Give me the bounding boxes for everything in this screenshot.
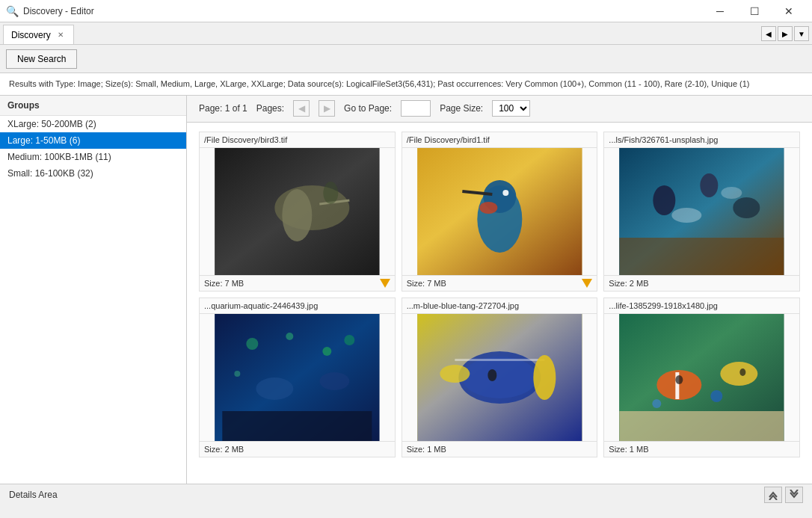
chevron-down-icon — [789, 490, 799, 500]
go-to-label: Go to Page: — [344, 103, 392, 114]
svg-point-47 — [740, 369, 746, 376]
svg-point-21 — [722, 187, 742, 199]
restore-button[interactable]: ☐ — [737, 0, 772, 22]
next-page-button[interactable]: ▶ — [319, 100, 335, 117]
image-thumbnail-1 — [402, 148, 597, 275]
image-title-2: ...ls/Fish/326761-unsplash.jpg — [604, 132, 799, 148]
svg-point-3 — [282, 189, 312, 241]
svg-rect-29 — [222, 411, 372, 441]
flag-icon-1 — [582, 279, 592, 288]
image-footer-0: Size: 7 MB — [200, 275, 395, 291]
sidebar-items: XLarge: 50-200MB (2)Large: 1-50MB (6)Med… — [0, 116, 186, 182]
image-size-5: Size: 1 MB — [609, 445, 648, 454]
pagination-bar: Page: 1 of 1 Pages: ◀ ▶ Go to Page: Page… — [187, 96, 812, 123]
sidebar: Groups XLarge: 50-200MB (2)Large: 1-50MB… — [0, 96, 187, 484]
svg-rect-42 — [620, 411, 784, 441]
image-grid: /File Discovery/bird3.tif Size: 7 MB/Fil… — [187, 123, 812, 484]
image-thumbnail-2 — [604, 148, 799, 275]
svg-point-48 — [711, 390, 723, 402]
image-size-2: Size: 2 MB — [609, 279, 648, 288]
image-size-1: Size: 7 MB — [407, 279, 446, 288]
tab-nav-menu[interactable]: ▼ — [794, 26, 809, 41]
flag-icon-0 — [380, 279, 390, 288]
image-title-4: ...m-blue-blue-tang-272704.jpg — [402, 298, 597, 314]
prev-page-button[interactable]: ◀ — [293, 100, 310, 117]
minimize-button[interactable]: ─ — [703, 0, 737, 22]
image-thumbnail-5 — [604, 314, 799, 441]
results-info-text: Results with Type: Image; Size(s): Small… — [9, 79, 750, 88]
svg-point-17 — [653, 185, 676, 215]
details-nav-controls — [764, 487, 803, 503]
sidebar-item-0[interactable]: XLarge: 50-200MB (2) — [0, 116, 186, 132]
title-bar: 🔍 Discovery - Editor ─ ☐ ✕ — [0, 0, 812, 22]
details-scroll-down-button[interactable] — [785, 487, 803, 503]
image-size-3: Size: 2 MB — [204, 445, 244, 454]
svg-point-38 — [533, 355, 556, 400]
sidebar-item-2[interactable]: Medium: 100KB-1MB (11) — [0, 149, 186, 165]
svg-point-28 — [344, 335, 354, 345]
image-thumbnail-4 — [402, 314, 597, 441]
svg-rect-37 — [455, 359, 544, 361]
details-scroll-up-button[interactable] — [764, 487, 782, 503]
app-icon: 🔍 — [6, 5, 19, 17]
image-footer-5: Size: 1 MB — [604, 441, 799, 457]
title-bar-controls: ─ ☐ ✕ — [703, 0, 806, 22]
image-title-0: /File Discovery/bird3.tif — [200, 132, 395, 148]
image-cell-0[interactable]: /File Discovery/bird3.tif Size: 7 MB — [199, 132, 396, 292]
image-cell-4[interactable]: ...m-blue-blue-tang-272704.jpg Size: 1 M… — [402, 297, 598, 457]
go-to-page-input[interactable] — [401, 100, 431, 117]
new-search-button[interactable]: New Search — [6, 49, 77, 69]
results-info-bar: Results with Type: Image; Size(s): Small… — [0, 73, 812, 96]
page-size-select[interactable]: 100 50 25 — [492, 100, 530, 117]
content-area: Page: 1 of 1 Pages: ◀ ▶ Go to Page: Page… — [187, 96, 812, 484]
image-thumbnail-3 — [200, 314, 395, 441]
tab-nav-back[interactable]: ◀ — [761, 26, 776, 41]
svg-point-13 — [479, 202, 497, 214]
svg-point-26 — [322, 347, 331, 356]
svg-point-36 — [487, 369, 496, 381]
tab-bar: Discovery ✕ ◀ ▶ ▼ — [0, 22, 812, 45]
image-cell-2[interactable]: ...ls/Fish/326761-unsplash.jpg Size: 2 M… — [603, 132, 800, 292]
svg-point-27 — [234, 371, 240, 377]
svg-point-12 — [502, 190, 508, 196]
tab-nav-controls: ◀ ▶ ▼ — [761, 26, 812, 44]
svg-point-20 — [672, 208, 702, 223]
tab-nav-forward[interactable]: ▶ — [778, 26, 793, 41]
sidebar-item-3[interactable]: Small: 16-100KB (32) — [0, 165, 186, 182]
svg-point-24 — [246, 338, 258, 350]
svg-point-49 — [653, 399, 662, 408]
image-size-0: Size: 7 MB — [204, 279, 244, 288]
pages-label: Pages: — [256, 103, 284, 114]
svg-point-25 — [286, 333, 293, 340]
image-cell-5[interactable]: ...life-1385299-1918x1480.jpg Size: 1 MB — [603, 297, 800, 457]
image-title-5: ...life-1385299-1918x1480.jpg — [604, 298, 799, 314]
tab-label: Discovery — [11, 30, 51, 40]
svg-point-19 — [733, 197, 760, 218]
image-size-4: Size: 1 MB — [407, 445, 446, 454]
groups-label: Groups — [0, 96, 186, 116]
svg-point-31 — [319, 372, 349, 390]
details-area-label: Details Area — [9, 490, 58, 500]
image-footer-1: Size: 7 MB — [402, 275, 597, 291]
tab-close-icon[interactable]: ✕ — [55, 30, 66, 40]
chevron-up-icon — [768, 490, 778, 500]
discovery-tab[interactable]: Discovery ✕ — [3, 25, 74, 44]
sidebar-item-1[interactable]: Large: 1-50MB (6) — [0, 132, 186, 149]
page-size-label: Page Size: — [440, 103, 483, 114]
svg-point-30 — [256, 377, 293, 400]
page-indicator: Page: 1 of 1 — [199, 103, 247, 114]
image-cell-1[interactable]: /File Discovery/bird1.tif Size: 7 MB — [402, 132, 598, 292]
details-area: Details Area — [0, 484, 812, 506]
svg-point-35 — [462, 357, 537, 398]
image-title-3: ...quarium-aquatic-2446439.jpg — [200, 298, 395, 314]
image-footer-3: Size: 2 MB — [200, 441, 395, 457]
image-footer-4: Size: 1 MB — [402, 441, 597, 457]
toolbar: New Search — [0, 45, 812, 73]
app-title: Discovery - Editor — [23, 6, 94, 16]
title-bar-left: 🔍 Discovery - Editor — [6, 5, 94, 17]
svg-point-46 — [721, 362, 758, 386]
svg-point-6 — [323, 182, 338, 204]
image-footer-2: Size: 2 MB — [604, 275, 799, 291]
image-cell-3[interactable]: ...quarium-aquatic-2446439.jpg Size: 2 M… — [199, 297, 396, 457]
close-button[interactable]: ✕ — [772, 0, 806, 22]
